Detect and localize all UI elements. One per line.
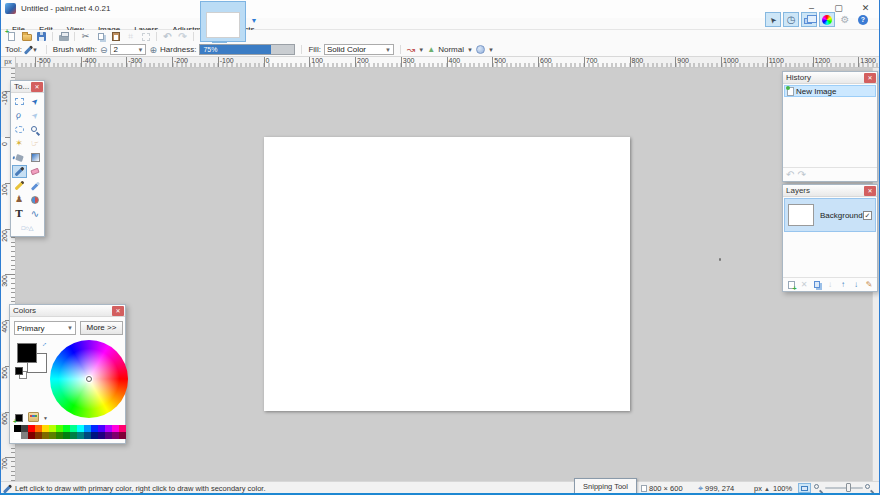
tools-window-titlebar[interactable]: To... ✕ <box>11 81 44 93</box>
close-icon[interactable]: ✕ <box>864 186 876 196</box>
palette-swatch[interactable] <box>21 432 28 439</box>
undo-button[interactable] <box>160 31 175 43</box>
paste-button[interactable] <box>108 31 123 43</box>
zoom-tool[interactable] <box>28 123 43 136</box>
palette-swatch[interactable] <box>35 425 42 432</box>
zoom-in-button[interactable] <box>865 484 870 489</box>
palette-swatch[interactable] <box>49 425 56 432</box>
zoom-level[interactable]: 100% <box>773 484 792 493</box>
zoom-slider-thumb[interactable] <box>846 483 851 492</box>
palette-swatch[interactable] <box>112 425 119 432</box>
palette-swatch[interactable] <box>84 432 91 439</box>
palette-swatch[interactable] <box>119 432 126 439</box>
snipping-tool-window[interactable]: Snipping Tool <box>574 478 637 494</box>
layer-row[interactable]: Background✓ <box>784 198 876 232</box>
blend-mode-icon[interactable] <box>476 45 485 54</box>
duplicate-layer-button[interactable] <box>812 279 822 290</box>
fill-style-combo[interactable]: Solid Color ▼ <box>324 44 394 55</box>
zoom-to-window-button[interactable] <box>798 483 811 493</box>
delete-layer-button[interactable] <box>799 279 809 290</box>
palette-swatch[interactable] <box>63 425 70 432</box>
settings-button[interactable] <box>837 12 853 27</box>
ellipse-select-tool[interactable] <box>12 123 27 136</box>
palette-swatch[interactable] <box>112 432 119 439</box>
palette-swatch[interactable] <box>14 432 21 439</box>
palette-swatch[interactable] <box>70 425 77 432</box>
zoom-slider[interactable] <box>825 487 863 489</box>
pencil-tool[interactable] <box>12 179 27 192</box>
palette-swatch[interactable] <box>91 432 98 439</box>
history-panel-toggle-button[interactable] <box>783 12 799 27</box>
reset-colors-icon[interactable] <box>15 367 26 378</box>
layer-properties-button[interactable] <box>864 279 874 290</box>
rectangle-select-tool[interactable] <box>12 95 27 108</box>
layer-visibility-checkbox[interactable]: ✓ <box>863 211 872 220</box>
color-picker-tool[interactable] <box>28 179 43 192</box>
move-selected-pixels-tool[interactable] <box>28 95 43 108</box>
brush-width-combo[interactable]: 2 ▼ <box>110 44 146 55</box>
swap-colors-icon[interactable]: ↔ <box>39 339 49 349</box>
tool-select-button[interactable]: ▼ <box>25 44 40 56</box>
palette-swatch[interactable] <box>28 432 35 439</box>
redo-button[interactable] <box>175 31 190 43</box>
close-icon[interactable]: ✕ <box>112 306 124 316</box>
palette-swatch[interactable] <box>91 425 98 432</box>
palette-swatch[interactable] <box>56 425 63 432</box>
palette-swatch[interactable] <box>105 432 112 439</box>
colors-panel-toggle-button[interactable] <box>819 12 835 27</box>
shapes-tool[interactable] <box>12 221 44 234</box>
move-selection-tool[interactable] <box>28 109 43 122</box>
palette-swatch[interactable] <box>119 425 126 432</box>
palette-swatch[interactable] <box>42 425 49 432</box>
cut-button[interactable] <box>78 31 93 43</box>
unit-selector[interactable]: px ▲ <box>754 484 770 493</box>
redo-button[interactable]: ↷ <box>797 170 805 180</box>
curve-style-icon[interactable] <box>407 45 415 55</box>
chevron-down-icon[interactable]: ▼ <box>43 415 48 421</box>
help-button[interactable] <box>855 12 871 27</box>
hardness-slider[interactable]: 75% <box>199 44 295 55</box>
move-layer-down-button[interactable] <box>851 279 861 290</box>
palette-swatch[interactable] <box>84 425 91 432</box>
palette-swatch[interactable] <box>63 432 70 439</box>
palette-swatch[interactable] <box>77 432 84 439</box>
brush-width-increase-button[interactable]: ⊕ <box>149 45 157 55</box>
recolor-tool[interactable] <box>28 193 43 206</box>
chevron-down-icon[interactable]: ▼ <box>467 47 473 53</box>
line-curve-tool[interactable] <box>28 207 43 220</box>
primary-color-swatch[interactable] <box>17 343 37 363</box>
palette-swatch[interactable] <box>70 432 77 439</box>
paint-bucket-tool[interactable] <box>12 151 27 164</box>
brush-width-decrease-button[interactable]: ⊖ <box>100 45 108 55</box>
chevron-down-icon[interactable]: ▼ <box>418 47 424 53</box>
image-tab[interactable] <box>200 1 246 42</box>
palette-swatch[interactable] <box>42 432 49 439</box>
copy-button[interactable] <box>93 31 108 43</box>
history-window-titlebar[interactable]: History ✕ <box>783 72 877 84</box>
deselect-button[interactable] <box>138 31 153 43</box>
palette-swatch[interactable] <box>77 425 84 432</box>
save-button[interactable] <box>34 31 49 43</box>
undo-button[interactable]: ↶ <box>786 170 794 180</box>
palette-swatch[interactable] <box>105 425 112 432</box>
close-icon[interactable]: ✕ <box>864 73 876 83</box>
add-color-swatch[interactable] <box>15 414 23 422</box>
chevron-down-icon[interactable]: ▼ <box>488 47 494 53</box>
layers-window-titlebar[interactable]: Layers ✕ <box>783 185 877 197</box>
palette-swatch[interactable] <box>56 432 63 439</box>
add-layer-button[interactable] <box>786 279 796 290</box>
open-file-button[interactable] <box>19 31 34 43</box>
palette-swatch[interactable] <box>98 432 105 439</box>
color-wheel-selector[interactable] <box>86 376 92 382</box>
color-mode-combo[interactable]: Primary ▼ <box>14 321 76 335</box>
palette-swatch[interactable] <box>49 432 56 439</box>
history-item[interactable]: New Image <box>784 85 876 97</box>
palette-swatch[interactable] <box>28 425 35 432</box>
clone-stamp-tool[interactable] <box>12 193 27 206</box>
magic-wand-tool[interactable] <box>12 137 27 150</box>
pan-tool[interactable] <box>28 137 43 150</box>
colors-window-titlebar[interactable]: Colors ✕ <box>10 305 125 317</box>
move-layer-up-button[interactable] <box>838 279 848 290</box>
text-tool[interactable] <box>12 207 27 220</box>
image-list-button[interactable]: ▼ <box>249 16 259 26</box>
